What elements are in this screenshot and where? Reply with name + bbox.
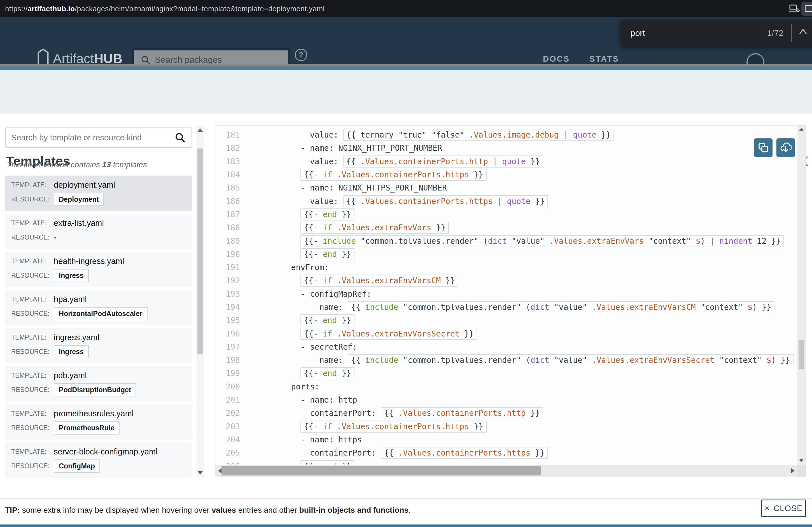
help-icon[interactable]: ?	[295, 49, 307, 61]
template-expression[interactable]: {{ ternary "true" "false" .Values.image.…	[343, 129, 614, 141]
template-expression[interactable]: {{ .Values.containerPorts.http }}	[381, 407, 543, 419]
code-token	[332, 170, 337, 179]
close-button[interactable]: × CLOSE	[761, 500, 806, 517]
scroll-down-icon[interactable]	[799, 459, 804, 462]
code-token	[244, 316, 301, 325]
code-token: {{-	[304, 462, 322, 465]
url-text: https://artifacthub.io/packages/helm/bit…	[5, 0, 324, 17]
template-expression[interactable]: {{ .Values.containerPorts.http | quote }…	[343, 156, 543, 168]
resource-label: RESOURCE:	[11, 272, 54, 279]
template-expression[interactable]: {{- end }}	[301, 460, 354, 465]
scroll-down-icon[interactable]	[198, 471, 203, 475]
template-list-item[interactable]: TEMPLATE:extra-list.yamlRESOURCE:-	[5, 214, 192, 249]
template-list-item[interactable]: TEMPLATE:ingress.yamlRESOURCE:Ingress	[5, 328, 192, 364]
line-number: 202	[215, 409, 240, 418]
page-bottom-accent	[0, 525, 812, 527]
code-horizontal-scrollbar[interactable]	[215, 465, 797, 477]
browser-extension-icon[interactable]	[801, 2, 812, 16]
code-token: if	[323, 170, 332, 179]
code-vertical-scrollbar[interactable]	[797, 126, 806, 476]
template-expression[interactable]: {{- include "common.tplvalues.render" (d…	[301, 235, 784, 247]
scroll-right-icon[interactable]	[791, 468, 795, 473]
template-expression[interactable]: {{ .Values.containerPorts.https | quote …	[343, 195, 548, 207]
template-list-item[interactable]: TEMPLATE:server-block-configmap.yamlRESO…	[5, 442, 192, 478]
templates-count-summary: This chart version contains 13 templates	[7, 160, 147, 169]
find-previous-icon[interactable]	[798, 27, 808, 37]
line-number: 182	[215, 143, 240, 153]
line-number: 203	[215, 422, 240, 431]
template-list-item[interactable]: TEMPLATE:prometheusrules.yamlRESOURCE:Pr…	[5, 404, 192, 440]
code-token: {{	[346, 197, 361, 206]
nav-link-stats[interactable]: STATS	[590, 54, 619, 63]
line-number: 183	[215, 157, 240, 166]
sidebar-scrollbar-thumb[interactable]	[198, 148, 203, 354]
template-expression[interactable]: {{- end }}	[301, 248, 354, 260]
code-token	[244, 210, 301, 219]
template-expression[interactable]: {{ .Values.containerPorts.https }}	[381, 447, 548, 459]
code-line: 206 {{- end }}	[215, 459, 797, 465]
template-filename: ingress.yaml	[54, 333, 99, 342]
code-token: .Values.containerPorts.https	[398, 448, 530, 457]
code-line: 184 {{- if .Values.containerPorts.https …	[215, 168, 797, 181]
code-token: }}	[460, 329, 474, 339]
line-number: 193	[215, 289, 240, 299]
code-token: {{-	[304, 276, 322, 285]
code-line: 196 {{- if .Values.extraEnvVarsSecret }}	[215, 327, 797, 340]
code-vscrollbar-thumb[interactable]	[799, 340, 804, 369]
code-token: envFrom:	[244, 263, 329, 272]
template-list-item[interactable]: TEMPLATE:deployment.yamlRESOURCE:Deploym…	[5, 176, 192, 211]
browser-url-bar[interactable]: https://artifacthub.io/packages/helm/bit…	[0, 0, 812, 17]
code-line: 186 value: {{ .Values.containerPorts.htt…	[215, 195, 797, 208]
copy-icon	[758, 142, 769, 153]
code-token: if	[323, 223, 332, 232]
code-token: {{ ternary "true" "false"	[346, 130, 469, 140]
line-number: 184	[215, 170, 240, 179]
code-token: .Values.containerPorts.https	[361, 197, 493, 206]
template-expression[interactable]: {{- end }}	[301, 209, 354, 220]
template-expression[interactable]: {{- if .Values.containerPorts.https }}	[301, 421, 487, 432]
nav-link-docs[interactable]: DOCS	[543, 54, 570, 63]
template-list-item[interactable]: TEMPLATE:health-ingress.yamlRESOURCE:Ing…	[5, 252, 192, 287]
code-line: 189 {{- include "common.tplvalues.render…	[215, 234, 797, 247]
code-line: 202 containerPort: {{ .Values.containerP…	[215, 407, 797, 420]
tip-text: TIP: some extra info may be displayed wh…	[5, 506, 411, 515]
template-expression[interactable]: {{ include "common.tplvalues.render" (di…	[348, 301, 774, 313]
template-expression[interactable]: {{- end }}	[301, 314, 354, 326]
send-to-device-icon[interactable]	[789, 4, 800, 15]
template-expression[interactable]: {{- if .Values.containerPorts.https }}	[301, 169, 487, 181]
template-expression[interactable]: {{- end }}	[301, 367, 354, 379]
find-query-input[interactable]: port	[630, 28, 645, 38]
download-code-button[interactable]	[777, 138, 795, 157]
code-token: include	[365, 303, 398, 312]
code-line: 198 name: {{ include "common.tplvalues.r…	[215, 354, 797, 367]
scroll-left-icon[interactable]	[218, 468, 221, 473]
code-token: .Values.containerPorts.https	[337, 422, 469, 431]
find-in-page-bar[interactable]: port 1/72	[621, 19, 812, 46]
code-line: 195 {{- end }}	[215, 314, 797, 327]
template-expression[interactable]: {{- if .Values.extraEnvVars }}	[301, 222, 449, 234]
template-expression[interactable]: {{- if .Values.extraEnvVarsSecret }}	[301, 328, 477, 340]
code-token: |	[493, 197, 507, 206]
code-token: .Values.containerPorts.http	[398, 409, 525, 418]
code-token: ) |	[700, 237, 719, 246]
code-line: 197 - secretRef:	[215, 340, 797, 354]
copy-code-button[interactable]	[754, 138, 772, 157]
scroll-up-icon[interactable]	[198, 128, 203, 132]
code-hscrollbar-thumb[interactable]	[221, 466, 541, 475]
code-token: - configMapRef:	[244, 289, 371, 299]
sidebar-scrollbar[interactable]	[197, 126, 204, 477]
code-token: quote	[573, 130, 596, 140]
template-search-input[interactable]: Search by template or resource kind	[5, 127, 192, 148]
template-list-item[interactable]: TEMPLATE:pdb.yamlRESOURCE:PodDisruptionB…	[5, 366, 192, 401]
line-number: 188	[215, 223, 240, 232]
resource-label: RESOURCE:	[11, 348, 54, 356]
search-icon	[175, 132, 185, 143]
code-token: end	[323, 250, 337, 259]
scroll-up-icon[interactable]	[799, 128, 804, 131]
code-token: |	[559, 130, 573, 140]
search-icon	[141, 55, 150, 65]
template-expression[interactable]: {{ include "common.tplvalues.render" (di…	[348, 354, 794, 366]
template-expression[interactable]: {{- if .Values.extraEnvVarsCM }}	[301, 274, 458, 287]
template-list-item[interactable]: TEMPLATE:hpa.yamlRESOURCE:HorizontalPodA…	[5, 290, 192, 325]
code-token: "context"	[714, 356, 766, 365]
